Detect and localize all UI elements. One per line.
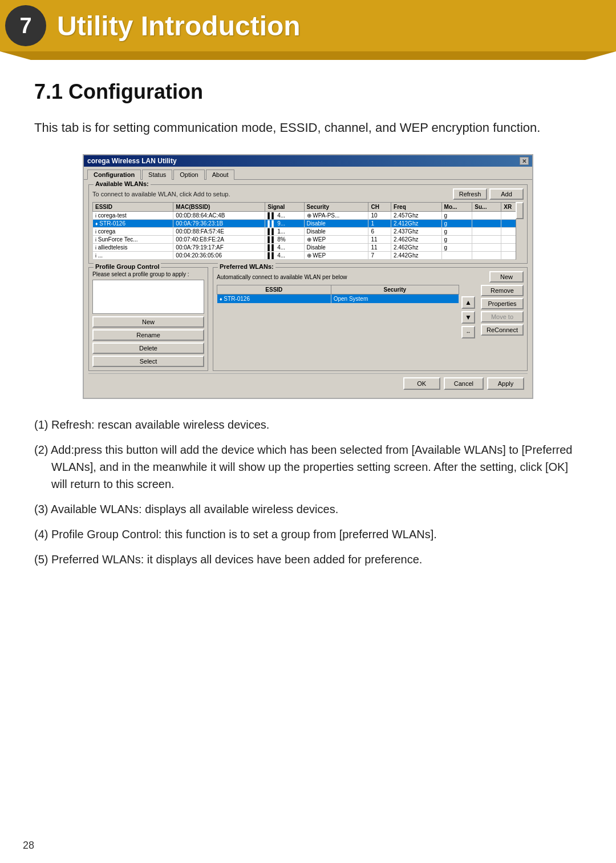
wlan-signal: ▌▌ 1...: [265, 228, 304, 236]
wlan-ch: 11: [368, 236, 391, 244]
scrollbar-track[interactable]: [516, 202, 524, 260]
apply-button[interactable]: Apply: [487, 377, 524, 390]
wlan-table-container: ESSID MAC(BSSID) Signal Security CH Freq…: [92, 202, 524, 260]
wlan-mo: g: [441, 212, 472, 220]
arrow-buttons: ▲ ▼ ↔: [461, 296, 475, 338]
preferred-table-area: ESSID Security ♦ STR-0126 Open System: [217, 285, 459, 338]
wlan-mac: 00:0D:88:FA:57:4E: [173, 228, 265, 236]
wlan-su: [472, 244, 501, 252]
wlan-mo: g: [441, 228, 472, 236]
wlan-ch: 7: [368, 252, 391, 260]
wlan-security: ⊕ WEP: [304, 252, 368, 260]
wlan-table-row[interactable]: i ... 00:04:20:36:05:06 ▌▌ 4... ⊕ WEP 7 …: [93, 252, 524, 260]
refresh-button[interactable]: Refresh: [453, 188, 487, 200]
wlan-mac: 00:07:40:E8:FE:2A: [173, 236, 265, 244]
wlan-security: Disable: [304, 228, 368, 236]
remove-button[interactable]: Remove: [481, 285, 524, 296]
wlan-essid: i corega: [93, 228, 173, 236]
scrollbar-thumb[interactable]: [516, 202, 524, 219]
wlan-signal: ▌▌ 4...: [265, 252, 304, 260]
wlan-table-row[interactable]: i SunForce Tec... 00:07:40:E8:FE:2A ▌▌ 8…: [93, 236, 524, 244]
wlan-su: [472, 220, 501, 228]
available-wlans-top: To connect to available WLAN, click Add …: [92, 188, 524, 200]
wlan-freq: 2.462Ghz: [391, 244, 442, 252]
connect-button[interactable]: ↔: [461, 326, 475, 338]
col-essid: ESSID: [93, 203, 173, 212]
preferred-table-row[interactable]: ♦ STR-0126 Open System: [217, 295, 459, 304]
wlan-mo: [441, 252, 472, 260]
wlan-signal: ▌▌ 4...: [265, 244, 304, 252]
wlan-mac: 00:0D:88:64:AC:4B: [173, 212, 265, 220]
pref-security: Open System: [331, 295, 459, 304]
tab-about[interactable]: About: [206, 170, 235, 180]
wlan-table: ESSID MAC(BSSID) Signal Security CH Freq…: [92, 202, 524, 260]
pref-col-security: Security: [331, 285, 459, 295]
moveto-button[interactable]: Move to: [481, 311, 524, 322]
wlan-essid: ♦ STR-0126: [93, 220, 173, 228]
dialog-footer: OK Cancel Apply: [88, 373, 528, 393]
col-mac: MAC(BSSID): [173, 203, 265, 212]
wlan-freq: 2.442Ghz: [391, 252, 442, 260]
wlan-freq: 2.412Ghz: [391, 220, 442, 228]
wlan-signal: ▌▌ 4...: [265, 212, 304, 220]
wlan-table-row[interactable]: i corega-test 00:0D:88:64:AC:4B ▌▌ 4... …: [93, 212, 524, 220]
win-titlebar-buttons: ✕: [520, 157, 529, 165]
profile-rename-button[interactable]: Rename: [92, 329, 204, 341]
page-number: 28: [23, 840, 34, 852]
profile-select-button[interactable]: Select: [92, 356, 204, 367]
preferred-inner: ESSID Security ♦ STR-0126 Open System: [217, 285, 524, 338]
wlan-ch: 10: [368, 212, 391, 220]
col-mo: Mo...: [441, 203, 472, 212]
wlan-mo: g: [441, 236, 472, 244]
main-content: 7.1 Configuration This tab is for settin…: [0, 51, 616, 599]
col-freq: Freq: [391, 203, 442, 212]
wlan-table-row[interactable]: i alliedtelesis 00:0A:79:19:17:AF ▌▌ 4..…: [93, 244, 524, 252]
move-up-button[interactable]: ▲: [461, 296, 475, 309]
wlan-table-row[interactable]: ♦ STR-0126 00:0A:79:36:23:1B ▌▌ 9... Dis…: [93, 220, 524, 228]
wlan-su: [472, 236, 501, 244]
tab-status[interactable]: Status: [142, 170, 172, 180]
preferred-table: ESSID Security ♦ STR-0126 Open System: [217, 285, 459, 304]
preferred-wlans-desc: Automatically connect to available WLAN …: [217, 274, 347, 280]
header-banner: 7 Utility Introduction: [0, 0, 616, 51]
description-item: (2) Add:press this button will add the d…: [34, 441, 582, 493]
wlan-tbody: i corega-test 00:0D:88:64:AC:4B ▌▌ 4... …: [93, 212, 524, 260]
win-tabs: Configuration Status Option About: [84, 167, 532, 180]
move-down-button[interactable]: ▼: [461, 311, 475, 324]
ok-button[interactable]: OK: [403, 377, 440, 390]
cancel-button[interactable]: Cancel: [444, 377, 484, 390]
tab-option[interactable]: Option: [173, 170, 204, 180]
properties-button[interactable]: Properties: [481, 298, 524, 309]
description-item: (1) Refresh: rescan available wireless d…: [34, 416, 582, 433]
description-item: (4) Profile Group Control: this function…: [34, 526, 582, 543]
win-body: Available WLANs: To connect to available…: [84, 180, 532, 398]
wlan-mo: g: [441, 244, 472, 252]
wlan-su: [472, 252, 501, 260]
wlan-mac: 00:0A:79:19:17:AF: [173, 244, 265, 252]
pref-essid: ♦ STR-0126: [217, 295, 331, 304]
profile-new-button[interactable]: New: [92, 316, 204, 328]
col-signal: Signal: [265, 203, 304, 212]
profile-list[interactable]: [92, 280, 204, 314]
available-wlans-desc: To connect to available WLAN, click Add …: [92, 191, 230, 197]
wlan-su: [472, 228, 501, 236]
wlan-signal: ▌▌ 8%: [265, 236, 304, 244]
win-close-button[interactable]: ✕: [520, 157, 529, 165]
wlan-security: Disable: [304, 244, 368, 252]
wlan-freq: 2.437Ghz: [391, 228, 442, 236]
win-title: corega Wireless LAN Utility: [87, 157, 177, 165]
header-title: Utility Introduction: [51, 10, 301, 42]
profile-buttons: New Rename Delete Select: [92, 316, 204, 367]
preferred-new-button[interactable]: New: [489, 271, 524, 283]
chapter-number-circle: 7: [0, 0, 51, 51]
profile-group-desc: Please select a profile group to apply :: [92, 271, 204, 277]
wlan-freq: 2.457Ghz: [391, 212, 442, 220]
col-su: Su...: [472, 203, 501, 212]
wlan-table-row[interactable]: i corega 00:0D:88:FA:57:4E ▌▌ 1... Disab…: [93, 228, 524, 236]
reconnect-button[interactable]: ReConnect: [481, 324, 524, 336]
wlan-mo: g: [441, 220, 472, 228]
tab-configuration[interactable]: Configuration: [87, 170, 141, 180]
add-button[interactable]: Add: [489, 188, 524, 200]
profile-delete-button[interactable]: Delete: [92, 342, 204, 354]
wlan-ch: 11: [368, 244, 391, 252]
